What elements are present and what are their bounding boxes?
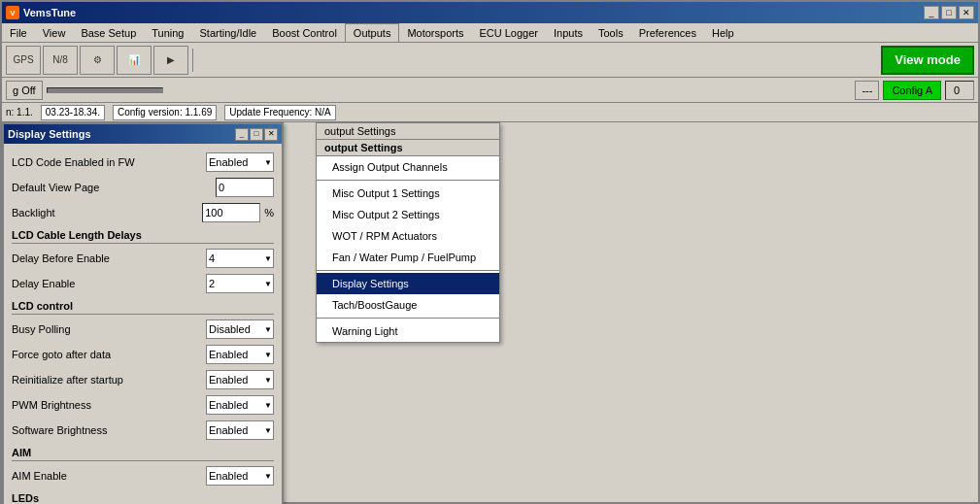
dropdown-display-settings[interactable]: Display Settings [317,273,499,294]
status-slider-track[interactable] [47,87,163,93]
menu-outputs[interactable]: Outputs [345,23,400,42]
busy-polling-select[interactable]: Disabled Enabled [206,319,274,339]
close-window-button[interactable]: ✕ [959,6,974,19]
outputs-dropdown-menu: output Settings output Settings Assign O… [316,122,500,343]
menu-inputs[interactable]: Inputs [546,23,591,42]
software-brightness-select-wrapper: Enabled Disabled [206,420,274,440]
gps-icon: GPS [13,54,33,65]
reinit-control: Enabled Disabled [206,370,274,389]
busy-polling-row: Busy Polling Disabled Enabled [12,319,274,340]
delay-enable-label: Delay Enable [12,278,206,289]
title-bar-left: V VemsTune [6,6,76,19]
menu-ecu-logger[interactable]: ECU Logger [471,23,546,42]
toolbar-btn-gps[interactable]: GPS [6,46,41,75]
leds-header: LEDs [12,492,274,504]
pwm-brightness-select-wrapper: Enabled Disabled [206,395,274,415]
force-goto-select[interactable]: Enabled Disabled [206,345,274,364]
dropdown-tach-boost[interactable]: Tach/BoostGauge [317,294,499,316]
default-view-row: Default View Page [12,177,274,198]
reinit-select-wrapper: Enabled Disabled [206,370,274,389]
reinit-select[interactable]: Enabled Disabled [206,370,274,389]
dialog-title-buttons: _ □ ✕ [235,128,278,141]
aim-enable-select-wrapper: Enabled Disabled [206,466,274,486]
force-goto-control: Enabled Disabled [206,345,274,364]
default-view-label: Default View Page [12,182,216,193]
toolbar-btn-icon4[interactable]: 📊 [117,46,152,75]
menu-view[interactable]: View [35,23,74,42]
menu-base-setup[interactable]: Base Setup [73,23,144,42]
toolbar-btn-icon5[interactable]: ▶ [153,46,188,75]
dialog-title-bar: Display Settings _ □ ✕ [4,124,282,144]
backlight-input[interactable] [202,203,260,222]
busy-polling-label: Busy Polling [12,323,206,335]
menu-boost-control[interactable]: Boost Control [264,23,345,42]
delay-before-select-wrapper: 4 1 2 3 [206,249,274,268]
lcd-code-select[interactable]: Enabled Disabled [206,152,274,172]
toolbar: GPS N/8 ⚙ 📊 ▶ View mode [2,43,978,78]
n18-icon: N/8 [52,54,68,65]
menu-motorsports[interactable]: Motorsports [399,23,471,42]
display-settings-dialog: Display Settings _ □ ✕ LCD Code Enabled … [2,122,284,504]
dropdown-warning-light[interactable]: Warning Light [317,320,499,342]
minimize-button[interactable]: _ [924,6,939,19]
dropdown-wot-rpm[interactable]: WOT / RPM Actuators [317,225,499,247]
dialog-title-text: Display Settings [8,128,91,140]
lcd-code-row: LCD Code Enabled in FW Enabled Disabled [12,151,274,173]
menu-tools[interactable]: Tools [591,23,631,42]
busy-polling-control: Disabled Enabled [206,319,274,339]
dialog-content: LCD Code Enabled in FW Enabled Disabled … [4,144,282,504]
dropdown-misc1[interactable]: Misc Output 1 Settings [317,183,499,204]
pwm-brightness-label: PWM Brightness [12,399,206,411]
toolbar-btn-n18[interactable]: N/8 [43,46,78,75]
config-value: 0 [945,81,974,100]
delay-enable-select-wrapper: 2 1 3 4 [206,274,274,293]
delay-enable-select[interactable]: 2 1 3 4 [206,274,274,293]
dropdown-misc2[interactable]: Misc Output 2 Settings [317,204,499,225]
title-buttons: _ □ ✕ [924,6,974,19]
app-title: VemsTune [23,7,76,18]
software-brightness-label: Software Brightness [12,424,206,436]
dropdown-fan-water[interactable]: Fan / Water Pump / FuelPump [317,247,499,268]
content-area: Display Settings _ □ ✕ LCD Code Enabled … [2,122,978,502]
force-goto-select-wrapper: Enabled Disabled [206,345,274,364]
info-build: 03.23-18.34. [41,105,105,120]
toolbar-btn-icon3[interactable]: ⚙ [80,46,115,75]
toolbar-icon3: ⚙ [93,54,102,65]
menu-help[interactable]: Help [704,23,742,42]
dropdown-separator-1 [317,180,499,181]
delay-before-enable-row: Delay Before Enable 4 1 2 3 [12,248,274,269]
default-view-input[interactable] [216,178,274,197]
status-slider-area [47,87,852,93]
software-brightness-row: Software Brightness Enabled Disabled [12,420,274,441]
menu-preferences[interactable]: Preferences [631,23,704,42]
title-bar: V VemsTune _ □ ✕ [2,2,978,23]
delay-before-enable-label: Delay Before Enable [12,252,206,264]
dropdown-separator-3 [317,318,499,319]
dialog-close-button[interactable]: ✕ [264,128,278,141]
info-version: n: 1.1. [6,107,33,118]
dialog-minimize-button[interactable]: _ [235,128,249,141]
pwm-brightness-select[interactable]: Enabled Disabled [206,395,274,415]
backlight-control: % [202,203,274,222]
view-mode-button[interactable]: View mode [881,46,974,75]
info-bar: n: 1.1. 03.23-18.34. Config version: 1.1… [2,103,978,122]
menu-file[interactable]: File [2,23,35,42]
force-goto-row: Force goto after data Enabled Disabled [12,344,274,365]
maximize-button[interactable]: □ [941,6,957,19]
menu-tuning[interactable]: Tuning [144,23,191,42]
lcd-code-select-wrapper: Enabled Disabled [206,152,274,172]
aim-enable-select[interactable]: Enabled Disabled [206,466,274,486]
toolbar-separator [192,49,193,72]
status-area: g Off --- Config A 0 [2,78,978,103]
backlight-label: Backlight [12,207,202,218]
software-brightness-select[interactable]: Enabled Disabled [206,420,274,440]
menu-starting-idle[interactable]: Starting/Idle [192,23,265,42]
dialog-maximize-button[interactable]: □ [250,128,263,141]
delay-enable-control: 2 1 3 4 [206,274,274,293]
delay-before-select[interactable]: 4 1 2 3 [206,249,274,268]
status-off-button[interactable]: g Off [6,81,43,100]
dropdown-subtitle: output Settings [317,140,499,156]
pwm-brightness-row: PWM Brightness Enabled Disabled [12,394,274,416]
dropdown-assign-output[interactable]: Assign Output Channels [317,156,499,178]
lcd-control-header: LCD control [12,300,274,315]
